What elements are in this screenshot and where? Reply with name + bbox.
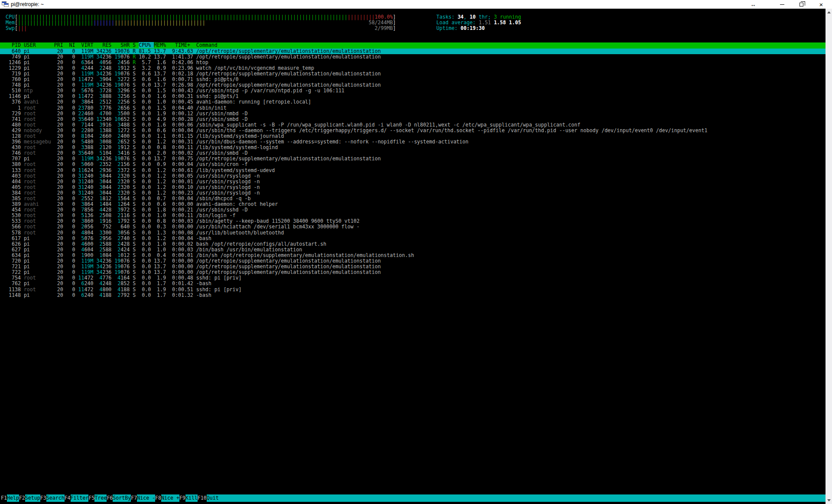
fkey-f1[interactable]: F1Help — [1, 494, 19, 502]
cell-cpu: 0.0 — [139, 116, 154, 122]
cell-res: 34236 — [96, 258, 114, 264]
cell-ni: 0 — [66, 280, 78, 286]
cell-virt: 23780 — [78, 105, 97, 111]
titlebar: pi@retropie: ~ ↔ × — [0, 0, 832, 9]
cell-cpu: 3.2 — [139, 65, 154, 71]
cell-pri: 20 — [54, 292, 66, 298]
cell-pid: 430 — [6, 144, 24, 150]
cell-time: 0:00.23 — [169, 190, 196, 196]
column-header-pid[interactable]: PID — [6, 42, 24, 48]
fkey-label: Filter — [71, 494, 89, 502]
cell-time: 0:00.61 — [169, 167, 196, 173]
column-header-cpu[interactable]: CPU% — [139, 42, 154, 48]
cell-mem: 1.2 — [154, 190, 169, 196]
cell-virt: 7144 — [78, 122, 97, 128]
meter-bracket-open: [ — [15, 20, 18, 26]
fkey-number: F10 — [198, 494, 207, 502]
scroll-down-button[interactable] — [826, 497, 832, 504]
meter-value: 58/244MB — [369, 20, 393, 26]
cell-res: 34236 — [96, 54, 114, 60]
cell-state: S — [133, 190, 139, 196]
cell-ni: 0 — [66, 224, 78, 230]
cell-res: 1812 — [96, 195, 114, 202]
fkey-label: Search — [46, 494, 65, 502]
fkey-number: F9 — [179, 494, 185, 502]
fkey-f2[interactable]: F2Setup — [19, 494, 40, 502]
cell-ni: 0 — [66, 218, 78, 224]
fkey-f10[interactable]: F10Quit — [198, 494, 219, 502]
meter-bracket-close: ] — [393, 25, 396, 31]
cell-command: /bin/sh /opt/retropie/supplementary/emul… — [196, 252, 414, 258]
column-header-res[interactable]: RES — [96, 42, 114, 48]
cell-state: S — [133, 269, 139, 275]
column-header-user[interactable]: USER — [24, 42, 54, 48]
column-header-ni[interactable]: NI — [66, 42, 78, 48]
cell-state: S — [133, 150, 139, 156]
cell-shr: 2320 — [114, 179, 133, 185]
cell-virt: 35640 — [78, 116, 97, 122]
cell-mem: 0.4 — [154, 252, 169, 258]
load-average-part: 1.51 — [479, 20, 494, 26]
cell-time: 0:00.12 — [169, 111, 196, 117]
fkey-f5[interactable]: F5Tree — [88, 494, 107, 502]
restore-button[interactable] — [795, 0, 807, 9]
scroll-up-button[interactable] — [826, 9, 832, 16]
cell-res: 3888 — [96, 93, 114, 99]
cell-cpu: 0.0 — [139, 275, 154, 281]
cell-user: pi — [24, 48, 54, 54]
column-header-virt[interactable]: VIRT — [78, 42, 97, 48]
cell-user: root — [24, 173, 54, 179]
cell-mem: 1.9 — [154, 111, 169, 117]
cell-mem: 1.9 — [154, 286, 169, 293]
cell-state: S — [133, 235, 139, 241]
cell-virt: 31240 — [78, 184, 97, 190]
cell-ni: 0 — [66, 179, 78, 185]
cell-res: 2248 — [96, 65, 114, 71]
meter-bracket-open: [ — [15, 25, 18, 31]
column-header-time[interactable]: TIME+ — [169, 42, 196, 48]
fkey-f3[interactable]: F3Search — [40, 494, 65, 502]
cell-command: /sbin/agetty --keep-baud 115200 38400 96… — [196, 218, 360, 224]
cell-time: 0:00.51 — [169, 286, 196, 293]
cell-virt: 7856 — [78, 207, 97, 213]
cell-time: 0:00.31 — [169, 139, 196, 145]
cell-pid: 454 — [6, 207, 24, 213]
column-header-s[interactable]: S — [133, 42, 139, 48]
meter-space — [27, 25, 375, 31]
fkey-number: F4 — [65, 494, 71, 502]
cell-pid: 627 — [6, 247, 24, 253]
resize-arrows-icon[interactable]: ↔ — [747, 0, 759, 9]
cell-user: root — [24, 150, 54, 156]
fkey-f4[interactable]: F4Filter — [65, 494, 89, 502]
cell-user: pi — [24, 76, 54, 82]
cell-virt: 119M — [78, 269, 97, 275]
column-header-shr[interactable]: SHR — [114, 42, 133, 48]
fkey-f9[interactable]: F9Kill — [179, 494, 198, 502]
tasks-summary-part: 10 — [470, 14, 476, 20]
cell-virt: 1900 — [78, 252, 97, 258]
scrollbar[interactable] — [826, 9, 832, 504]
cell-pid: 746 — [6, 150, 24, 156]
cell-pid: 626 — [6, 241, 24, 247]
cell-pri: 20 — [54, 150, 66, 156]
cell-shr: 19076 — [114, 82, 133, 88]
cell-pri: 20 — [54, 241, 66, 247]
minimize-button[interactable] — [776, 0, 788, 9]
fkey-f6[interactable]: F6SortBy — [107, 494, 131, 502]
process-row[interactable]: 1148 pi 20 0 6240 4188 2792 S 0.0 1.7 0:… — [0, 293, 826, 298]
cell-mem: 0.6 — [154, 127, 169, 133]
cell-ni: 0 — [66, 54, 78, 60]
cell-pri: 20 — [54, 167, 66, 173]
column-header-mem[interactable]: MEM% — [154, 42, 169, 48]
fkey-f7[interactable]: F7Nice - — [131, 494, 155, 502]
cell-command: /bin/bash /usr/bin/emulationstation — [196, 247, 302, 253]
fkey-f8[interactable]: F8Nice + — [155, 494, 179, 502]
cell-pid: 133 — [6, 167, 24, 173]
cell-cpu: 0.0 — [139, 82, 154, 88]
cell-mem: 1.0 — [154, 241, 169, 247]
cell-shr: 1564 — [114, 195, 133, 202]
column-header-cmd[interactable]: Command — [196, 42, 218, 48]
cell-user: pi — [24, 59, 54, 65]
column-header-pri[interactable]: PRI — [54, 42, 66, 48]
close-button[interactable]: × — [815, 0, 827, 9]
